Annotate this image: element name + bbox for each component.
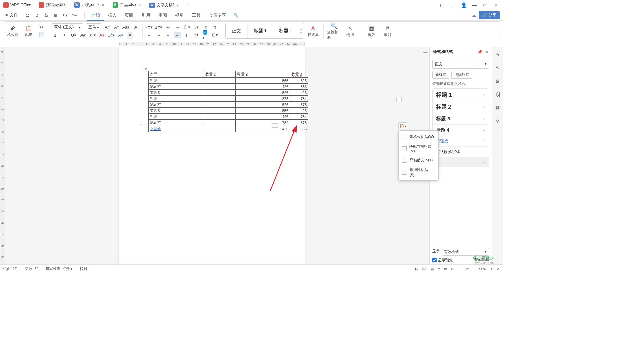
cube-icon[interactable]: ⬚	[448, 0, 458, 10]
menu-home[interactable]: 开始	[87, 10, 104, 21]
table-move-handle[interactable]: ✥	[144, 67, 148, 71]
distribute-icon[interactable]: ⫿	[183, 32, 190, 38]
vertical-ruler[interactable]: 02468101214161820222426283032343638	[0, 47, 5, 264]
fill-color-icon[interactable]: 🪣▾	[202, 32, 209, 38]
format-painter-button[interactable]: 🖌格式刷	[6, 23, 20, 39]
fullscreen-icon[interactable]: ⤢	[497, 267, 500, 271]
zoom-in-button[interactable]: +	[491, 267, 493, 271]
menu-insert[interactable]: 插入	[104, 10, 121, 20]
help-icon[interactable]: ?	[494, 118, 501, 125]
add-column-button[interactable]: +	[272, 123, 278, 128]
file-menu[interactable]: ≡文件	[3, 12, 20, 18]
window-restore-icon[interactable]: ▢	[437, 0, 447, 10]
tools-icon[interactable]: 🛠	[494, 105, 501, 111]
style-hyperlink[interactable]: 超链接a	[433, 136, 489, 146]
font-family-select[interactable]: 宋体 (正文)▾	[52, 23, 83, 31]
page-scroll-area[interactable]: ✥ ⋮⋮ 产品数量 1数量 2数量 3铅笔565526笔记本426556文具盒5…	[5, 47, 503, 264]
word-count[interactable]: 字数: 62	[25, 266, 38, 271]
change-case-icon[interactable]: Aa▾	[123, 24, 129, 31]
zoom-out-button[interactable]: −	[473, 267, 475, 271]
style-h1[interactable]: 标题 1	[248, 23, 273, 38]
paste-text-only[interactable]: 只粘贴文本(T)	[399, 155, 438, 165]
close-icon[interactable]: ✕	[485, 50, 488, 54]
style-set-button[interactable]: A样式集	[306, 23, 320, 39]
bullet-list-icon[interactable]: •≡▾	[146, 24, 153, 31]
align-justify-icon[interactable]: ≡	[174, 32, 181, 38]
grow-font-icon[interactable]: A⁺	[104, 24, 111, 31]
close-icon[interactable]: ×	[138, 2, 141, 8]
align-left-icon[interactable]: ≡	[146, 32, 153, 38]
close-icon[interactable]: •	[177, 3, 179, 8]
shading-icon[interactable]: A▾	[117, 32, 124, 39]
horizontal-ruler[interactable]: 6422468101214161820222426283032343638404…	[119, 42, 305, 46]
window-maximize-icon[interactable]: ▭	[480, 0, 490, 10]
print-icon[interactable]: 🖶	[43, 12, 49, 18]
show-marks-icon[interactable]: ¶	[212, 24, 218, 31]
undo-icon[interactable]: ↶▾	[62, 12, 68, 18]
highlight-icon[interactable]: 🖍▾	[108, 32, 115, 39]
decrease-indent-icon[interactable]: ⇤	[165, 24, 171, 31]
outline-view-icon[interactable]: ≡	[438, 267, 440, 271]
show-filter-select[interactable]: 有效样式▾	[442, 248, 489, 256]
font-color-icon[interactable]: A▾	[99, 32, 105, 39]
style-h2[interactable]: 标题 2↵	[433, 101, 489, 113]
tab-history[interactable]: W历史.docx×	[70, 0, 109, 10]
pencil-icon[interactable]: ✎	[494, 51, 501, 58]
clear-format-icon[interactable]: A̷	[132, 24, 139, 31]
increase-indent-icon[interactable]: ⇥	[174, 24, 181, 31]
bold-icon[interactable]: B	[52, 32, 58, 39]
new-style-button[interactable]: 新样式	[432, 71, 449, 79]
spell-check-status[interactable]: 拼写检查: 打开 ▾	[46, 266, 73, 271]
sort-icon[interactable]: ↕▾	[193, 24, 200, 31]
tab-document1[interactable]: W文字文稿1•	[145, 0, 183, 10]
new-tab-button[interactable]: +	[183, 2, 193, 8]
more-icon[interactable]: ⋯	[494, 132, 501, 138]
user-avatar-icon[interactable]: 👤	[459, 0, 468, 10]
tab-template[interactable]: 找稿壳模板	[35, 0, 70, 10]
menu-tools[interactable]: 工具	[188, 10, 205, 20]
insert-button[interactable]: +	[396, 97, 402, 102]
paste-special[interactable]: 选择性粘贴(S)...	[399, 165, 438, 179]
share-button[interactable]: 🔗分享	[479, 11, 500, 19]
menu-member[interactable]: 会员专享	[205, 10, 230, 20]
tab-product[interactable]: S产品.xlsx×	[109, 0, 145, 10]
print-layout-icon[interactable]: ▦	[431, 267, 434, 271]
document-table[interactable]: 产品数量 1数量 2数量 3铅笔565526笔记本426556文具盒526426…	[148, 71, 308, 132]
arrange-button[interactable]: ⧉排列	[380, 23, 394, 39]
paste-match-format[interactable]: 匹配当前格式(M)	[399, 142, 438, 155]
layout-button[interactable]: ▦排版	[364, 23, 378, 39]
strikethrough-icon[interactable]: A̶▾	[80, 32, 87, 39]
number-list-icon[interactable]: 1≡▾	[155, 24, 162, 31]
menu-page[interactable]: 页面	[121, 10, 138, 20]
gallery-icon[interactable]: 🖼	[494, 91, 501, 98]
window-minimize-icon[interactable]: —	[470, 0, 479, 10]
menu-view[interactable]: 视图	[171, 10, 188, 20]
style-body[interactable]: 正文	[226, 23, 248, 38]
cloud-icon[interactable]: ☁	[472, 13, 476, 18]
close-icon[interactable]: ×	[101, 2, 104, 8]
proofing-status[interactable]: 校对	[80, 266, 87, 271]
settings-icon[interactable]: ⚙	[494, 78, 501, 85]
view-toggle-icon[interactable]: ◧	[415, 267, 418, 271]
paste-button[interactable]: 📋粘贴	[22, 23, 36, 39]
underline-icon[interactable]: U▾	[70, 32, 77, 39]
window-close-icon[interactable]: ✕	[491, 0, 500, 10]
save-icon[interactable]: 🖫	[24, 12, 31, 18]
text-direction-icon[interactable]: 文▾	[183, 24, 190, 31]
style-default-para-font[interactable]: 默认段落字体a	[433, 146, 489, 157]
search-icon[interactable]: 🔍	[230, 12, 242, 19]
export-icon[interactable]: 🗎	[53, 12, 59, 18]
menu-review[interactable]: 审阅	[154, 10, 171, 20]
select-button[interactable]: ↖选择	[343, 23, 357, 39]
page-indicator[interactable]: 页面: 1/1	[3, 266, 18, 271]
reading-view-icon[interactable]: 📖	[422, 267, 427, 271]
paste-options-button[interactable]: 📋▴	[398, 122, 407, 129]
play-icon[interactable]: ▷	[451, 267, 454, 271]
select-icon[interactable]: ↖	[494, 64, 501, 71]
line-height-icon[interactable]: ‡▾	[193, 32, 200, 38]
pin-icon[interactable]: 📌	[477, 50, 482, 54]
menu-references[interactable]: 引用	[138, 10, 154, 20]
redo-icon[interactable]: ↷▾	[71, 12, 77, 18]
style-h1[interactable]: 标题 1↵	[433, 89, 489, 101]
cut-icon[interactable]: ✂	[38, 24, 45, 31]
